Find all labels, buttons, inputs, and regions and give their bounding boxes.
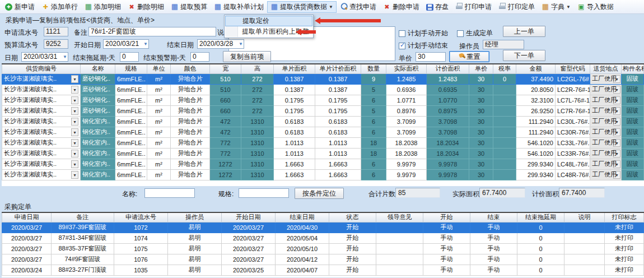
cell[interactable]: 2020/03/27 xyxy=(2,254,52,265)
cell[interactable]: 手动 xyxy=(470,233,517,243)
cell[interactable] xyxy=(376,265,423,275)
table-row[interactable]: ▾长沙市潇湘玻璃实..磨砂钢化..6mmFLE..m²异地合片5102720.1… xyxy=(2,84,644,95)
column-header[interactable]: 数量 xyxy=(361,64,386,73)
cell[interactable]: LC48R-76#.. xyxy=(556,169,590,180)
cell[interactable]: 固玻 xyxy=(622,159,644,169)
cell[interactable]: 开始 xyxy=(329,265,376,275)
cell[interactable]: 18.2038 xyxy=(386,148,427,159)
toolbar-print-order-button[interactable]: 打印定单 xyxy=(495,1,538,13)
cell[interactable]: ▾工厂使用 xyxy=(590,137,622,148)
cell[interactable]: 1076 xyxy=(114,254,168,265)
cell[interactable]: 772 xyxy=(210,148,241,159)
cell[interactable]: 299.9340 xyxy=(516,169,556,180)
table-row[interactable]: 2020/03/2774#9F窗固玻1076易明2020/03/272020/0… xyxy=(2,254,644,265)
cell[interactable]: 1.0771 xyxy=(386,95,427,105)
cell[interactable]: 0 xyxy=(493,73,516,84)
column-header[interactable]: 窗型代码 xyxy=(556,64,590,73)
cell[interactable]: 0.6183 xyxy=(315,116,361,127)
cell[interactable]: 5 xyxy=(361,84,386,95)
cell[interactable]: 30 xyxy=(469,159,493,169)
cell[interactable]: 30 xyxy=(469,84,493,95)
cell[interactable]: LC33R-76#.. xyxy=(556,148,590,159)
cell[interactable]: ▾工厂使用 xyxy=(590,95,622,105)
column-header[interactable]: 单价 xyxy=(469,64,493,73)
previous-order-button[interactable]: 上一单 xyxy=(503,26,545,37)
cell[interactable]: 772 xyxy=(210,137,241,148)
toolbar-save-button[interactable]: 存盘 xyxy=(423,1,452,13)
cell[interactable]: ▾工厂使用 xyxy=(590,148,622,159)
column-header[interactable]: 操作员 xyxy=(168,212,222,222)
cell[interactable]: m² xyxy=(147,137,171,148)
cell[interactable]: ▾长沙市潇湘玻璃实.. xyxy=(2,148,81,159)
cell[interactable]: 2020/05/04 xyxy=(276,233,329,243)
column-header[interactable]: 申请流水号 xyxy=(114,212,168,222)
cell[interactable]: LC7R-76#-1FO xyxy=(556,105,590,116)
cell[interactable]: 异地合片 xyxy=(171,169,210,180)
column-header[interactable]: 构件名称 xyxy=(622,64,644,73)
cell[interactable]: 2020/04/30 xyxy=(276,222,329,233)
cell[interactable]: 1.0113 xyxy=(274,148,315,159)
locate-by-condition-button[interactable]: 按条件定位 xyxy=(295,188,344,199)
cell[interactable]: ▾长沙市潇湘玻璃实.. xyxy=(2,73,81,84)
cell[interactable]: 30 xyxy=(469,105,493,116)
cell[interactable]: 钢化室内.. xyxy=(81,127,115,137)
cell[interactable]: 2020/03/27 xyxy=(222,243,276,254)
cell[interactable]: 9.9979 xyxy=(386,169,427,180)
cell[interactable]: 472 xyxy=(210,116,241,127)
cell[interactable]: m² xyxy=(147,84,171,95)
cell[interactable] xyxy=(493,127,516,137)
cell[interactable]: 未打印 xyxy=(605,265,644,275)
cell[interactable]: 111.2940 xyxy=(516,127,556,137)
manual-start-checkbox[interactable]: 计划手动开始 xyxy=(399,29,448,38)
cell[interactable]: ▾长沙市潇湘玻璃实.. xyxy=(2,127,81,137)
cell[interactable]: 30 xyxy=(469,95,493,105)
cell[interactable]: ▾工厂使用 xyxy=(590,84,622,95)
cell[interactable]: 18.2034 xyxy=(427,148,469,159)
cell[interactable]: 30 xyxy=(469,169,493,180)
cell[interactable]: ▾工厂使用 xyxy=(590,169,622,180)
column-header[interactable]: 名称 xyxy=(81,64,115,73)
table-row[interactable]: ▾长沙市潇湘玻璃实..钢化室内..6mmFLE..m²异地合片127213101… xyxy=(2,169,644,180)
column-header[interactable]: 实际面积 xyxy=(386,64,427,73)
cell[interactable]: 1.0113 xyxy=(315,137,361,148)
column-header[interactable]: 开始日期 xyxy=(222,212,276,222)
cell[interactable]: 18 xyxy=(361,137,386,148)
cell[interactable]: ▾长沙市潇湘玻璃实.. xyxy=(2,116,81,127)
cell[interactable]: m² xyxy=(147,159,171,169)
delay-input[interactable]: 0 xyxy=(120,52,139,62)
cell[interactable]: 2020/03/27 xyxy=(222,254,276,265)
cell[interactable]: 6mmFLE.. xyxy=(115,105,147,116)
cell[interactable]: 磨砂钢化.. xyxy=(81,95,115,105)
cell[interactable] xyxy=(376,233,423,243)
cell[interactable]: 易明 xyxy=(168,243,222,254)
copy-current-button[interactable]: 复制当前项 xyxy=(223,51,271,62)
cell[interactable]: 272 xyxy=(241,95,274,105)
table-row[interactable]: 2020/03/2488#23-27F门顶玻1035易明2020/03/2520… xyxy=(2,265,644,275)
filter-spec-input[interactable] xyxy=(239,188,289,198)
cell[interactable]: ▾长沙市潇湘玻璃实.. xyxy=(2,84,81,95)
cell[interactable]: 6mmFLE.. xyxy=(115,159,147,169)
cell[interactable]: 3.7099 xyxy=(386,116,427,127)
cell[interactable]: 2020/03/27 xyxy=(222,222,276,233)
cell[interactable]: 0.8976 xyxy=(386,105,427,116)
cell[interactable]: 510 xyxy=(210,73,241,84)
cell[interactable]: ▾长沙市潇湘玻璃实.. xyxy=(2,137,81,148)
cell[interactable]: 6mmFLE.. xyxy=(115,116,147,127)
cell[interactable]: ▾长沙市潇湘玻璃实.. xyxy=(2,95,81,105)
chevron-down-icon[interactable]: ▾ xyxy=(71,128,78,136)
cell[interactable]: 20.8050 xyxy=(516,84,556,95)
cell[interactable]: 272 xyxy=(241,105,274,116)
cell[interactable]: 2020/03/25 xyxy=(222,265,276,275)
cell[interactable]: 2020/04/12 xyxy=(276,254,329,265)
warn-input[interactable]: 0 xyxy=(190,52,209,62)
cell[interactable]: 磨砂钢化.. xyxy=(81,73,115,84)
cell[interactable]: 未打印 xyxy=(605,233,644,243)
end-date-select[interactable]: 2020/03/28▼ xyxy=(197,39,244,49)
cell[interactable]: 固玻 xyxy=(622,169,644,180)
cell[interactable]: 2020/04/07 xyxy=(276,265,329,275)
chevron-down-icon[interactable]: ▾ xyxy=(71,171,78,179)
cell[interactable]: 易明 xyxy=(168,254,222,265)
cell[interactable]: 0.8975 xyxy=(427,105,469,116)
chevron-down-icon[interactable]: ▾ xyxy=(71,75,78,83)
cell[interactable]: 87#31-34F窗固玻 xyxy=(52,233,114,243)
